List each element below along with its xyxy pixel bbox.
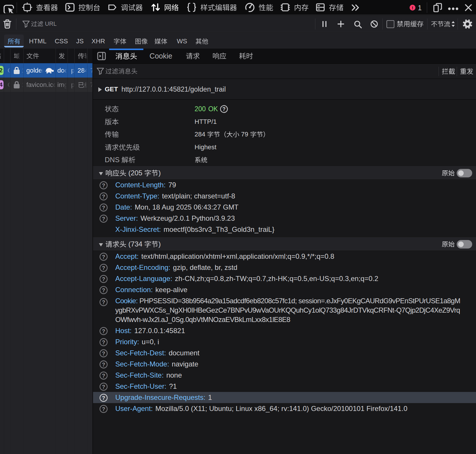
svg-text:?: ? <box>102 406 105 412</box>
svg-text:?: ? <box>102 254 105 260</box>
svg-text:?: ? <box>102 265 105 271</box>
svg-text:?: ? <box>102 276 105 282</box>
svg-text:?: ? <box>102 205 105 210</box>
svg-text:?: ? <box>102 299 105 305</box>
svg-text:?: ? <box>102 339 105 345</box>
svg-text:?: ? <box>102 384 105 390</box>
svg-text:?: ? <box>102 182 105 188</box>
svg-text:?: ? <box>102 193 105 199</box>
svg-text:?: ? <box>102 328 105 334</box>
svg-text:?: ? <box>102 350 105 356</box>
svg-text:?: ? <box>222 106 226 112</box>
svg-text:?: ? <box>102 287 105 293</box>
svg-text:?: ? <box>102 373 105 378</box>
svg-text:?: ? <box>102 395 105 401</box>
svg-text:?: ? <box>102 362 105 367</box>
svg-text:?: ? <box>102 216 105 222</box>
